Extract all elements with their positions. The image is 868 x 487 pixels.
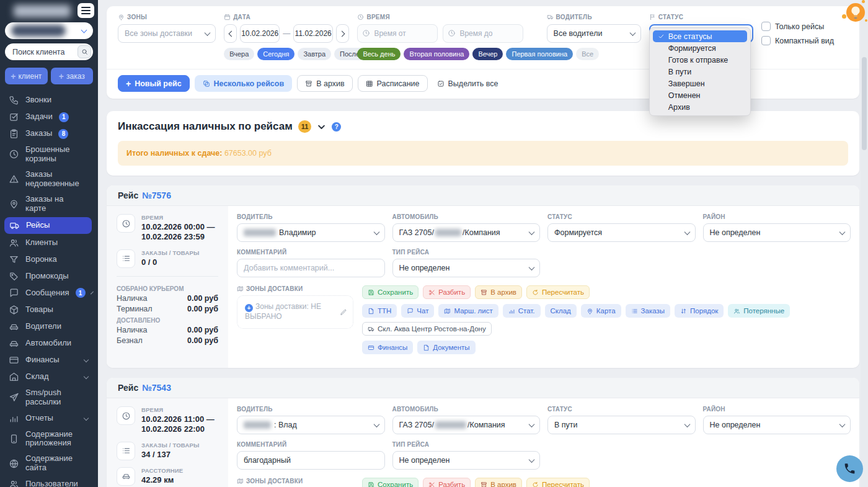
order-sequence-button[interactable]: Порядок [675, 304, 724, 318]
count-badge: 1 [59, 112, 69, 122]
recalculate-button[interactable]: Пересчитать [526, 478, 590, 487]
trip-number-link[interactable]: №7543 [142, 383, 171, 393]
sidebar-item-trips[interactable]: Рейсы [4, 217, 92, 234]
driver-select[interactable]: : Влад [237, 416, 385, 434]
vehicle-select[interactable]: ГАЗ 2705//Компания [392, 223, 541, 242]
trip-type-select[interactable]: Не определен [392, 451, 541, 470]
to-archive-button[interactable]: В архив [475, 285, 522, 299]
status-option[interactable]: В пути [653, 66, 747, 78]
route-sheet-button[interactable]: Марш. лист [438, 304, 498, 318]
hint-lightbulb-icon[interactable] [843, 1, 867, 24]
date-from-input[interactable] [240, 24, 280, 43]
ttn-button[interactable]: ТТН [362, 304, 397, 318]
sidebar-item-vehicles[interactable]: Автомобили [0, 335, 98, 352]
status-option[interactable]: Все статусы [653, 30, 747, 42]
compact-view-checkbox[interactable]: Компактный вид [761, 36, 848, 45]
sidebar-item-warehouse[interactable]: Склад [0, 369, 98, 385]
vehicle-select[interactable]: ГАЗ 2705//Компания [392, 416, 541, 434]
stats-button[interactable]: Стат. [503, 304, 541, 318]
sidebar-item-users[interactable]: Пользователи [0, 476, 98, 487]
save-button[interactable]: Сохранить [362, 478, 418, 487]
save-button[interactable]: Сохранить [362, 285, 418, 299]
split-button[interactable]: Разбить [423, 478, 471, 487]
recalculate-button[interactable]: Пересчитать [526, 285, 590, 299]
finances-button[interactable]: Финансы [362, 341, 413, 354]
sidebar-item-funnel[interactable]: Воронка [0, 251, 98, 268]
sidebar-item-orders-on-map[interactable]: Заказы на карте [0, 192, 98, 217]
sidebar-item-products[interactable]: Товары [0, 302, 98, 318]
warehouse-aqua-button[interactable]: Скл. Аква Центр Ростов-на-Дону [362, 322, 492, 336]
sidebar-item-app-content[interactable]: Содержание приложения [0, 427, 98, 452]
sidebar-item-tasks[interactable]: Задачи1 [0, 109, 98, 125]
warehouse-button[interactable]: Склад [545, 304, 577, 318]
date-prev-button[interactable] [224, 24, 237, 43]
sidebar-item-sms-push[interactable]: Sms/push рассылки [0, 385, 98, 410]
comment-label: Комментарий [237, 249, 385, 256]
scrollbar-track[interactable] [861, 0, 868, 487]
archive-button[interactable]: В архив [297, 75, 352, 92]
map-button[interactable]: Карта [581, 304, 621, 318]
help-icon[interactable]: ? [332, 122, 341, 132]
date-pill-today[interactable]: Сегодня [257, 48, 294, 60]
driver-filter-select[interactable]: Все водители [547, 24, 641, 43]
new-trip-button[interactable]: +Новый рейс [118, 75, 190, 92]
schedule-button[interactable]: Расписание [358, 75, 428, 92]
driver-select[interactable]: Владимир [237, 223, 385, 242]
documents-button[interactable]: Документы [417, 341, 475, 354]
date-next-button[interactable] [336, 24, 349, 43]
status-option[interactable]: Отменен [653, 89, 747, 101]
multiple-trips-button[interactable]: Несколько рейсов [195, 75, 293, 92]
sidebar-item-abandoned-carts[interactable]: Брошенные корзины [0, 142, 98, 167]
sidebar-item-messages[interactable]: Сообщения1 [0, 285, 98, 302]
trip-number-link[interactable]: №7576 [142, 190, 171, 200]
search-input[interactable] [12, 48, 78, 56]
add-client-button[interactable]: +клиент [5, 68, 48, 84]
time-pill-second-half[interactable]: Вторая половина [404, 48, 469, 60]
status-option[interactable]: Формируется [653, 42, 747, 54]
sidebar-item-calls[interactable]: Звонки [0, 92, 98, 109]
time-pill-all-day[interactable]: Весь день [357, 48, 401, 60]
to-archive-button[interactable]: В архив [475, 478, 522, 487]
sidebar-item-undelivered-orders[interactable]: Заказы недовезенные [0, 167, 98, 192]
status-option[interactable]: Готов к отправке [653, 54, 747, 66]
orders-button[interactable]: Заказы [626, 304, 670, 318]
district-select[interactable]: Не определен [703, 416, 851, 434]
sidebar-item-finances[interactable]: Финансы [0, 352, 98, 369]
trip-type-select[interactable]: Не определен [392, 259, 541, 277]
sidebar-item-site-content[interactable]: Содержание сайта [0, 451, 98, 476]
sidebar-item-clients[interactable]: Клиенты [0, 235, 98, 251]
date-pill-tomorrow[interactable]: Завтра [298, 48, 331, 60]
sidebar-item-orders[interactable]: Заказы8 [0, 125, 98, 142]
split-button[interactable]: Разбить [423, 285, 471, 299]
district-select[interactable]: Не определен [703, 223, 851, 242]
status-option[interactable]: Завершен [653, 78, 747, 89]
lost-button[interactable]: Потерянные [728, 304, 790, 318]
delivery-zones-box[interactable]: +Зоны доставки: НЕ ВЫБРАНО [237, 295, 353, 329]
hamburger-menu-button[interactable] [78, 3, 94, 18]
search-button[interactable] [78, 45, 91, 58]
add-order-button[interactable]: +заказ [51, 68, 94, 84]
chevron-down-icon[interactable] [317, 122, 326, 132]
call-fab-button[interactable] [836, 455, 863, 482]
status-select[interactable]: В пути [547, 416, 696, 434]
sidebar-item-promocodes[interactable]: Промокоды [0, 268, 98, 285]
chat-button[interactable]: Чат [401, 304, 434, 318]
count-badge: 8 [58, 129, 68, 139]
sidebar-item-reports[interactable]: Отчеты [0, 410, 98, 427]
account-dropdown[interactable] [5, 22, 93, 39]
scrollbar-thumb[interactable] [862, 57, 867, 150]
zones-select[interactable]: Все зоны доставки [118, 24, 216, 43]
date-pill-yesterday[interactable]: Вчера [224, 48, 254, 60]
comment-input[interactable] [237, 259, 385, 277]
comment-input[interactable] [237, 451, 385, 470]
edit-pencil-icon[interactable] [340, 308, 347, 316]
time-pill-evening[interactable]: Вечер [472, 48, 503, 60]
date-to-input[interactable] [293, 24, 333, 43]
list-icon [122, 254, 131, 263]
select-all-button[interactable]: Выделить все [433, 75, 503, 92]
status-option[interactable]: Архив [653, 101, 747, 113]
status-select[interactable]: Формируется [547, 223, 696, 242]
sidebar-item-drivers[interactable]: Водители [0, 318, 98, 335]
trips-only-checkbox[interactable]: Только рейсы [761, 22, 848, 31]
money-value: 0.00 руб [187, 294, 218, 303]
